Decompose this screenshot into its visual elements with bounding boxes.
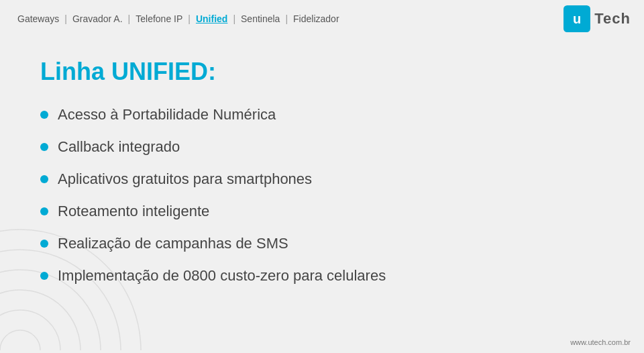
- nav-item-gravador[interactable]: Gravador A.: [68, 13, 127, 24]
- svg-point-3: [0, 290, 80, 350]
- bullet-dot-6: [40, 272, 48, 280]
- page-title: Linha UNIFIED:: [40, 58, 604, 86]
- logo-icon: u: [564, 5, 590, 32]
- svg-text:u: u: [573, 11, 581, 26]
- list-item: Callback integrado: [40, 138, 604, 156]
- nav-separator-2: |: [128, 13, 131, 24]
- list-item: Acesso à Portabilidade Numérica: [40, 106, 604, 123]
- list-item-label-1: Acesso à Portabilidade Numérica: [58, 106, 276, 123]
- bullet-dot-3: [40, 175, 48, 183]
- logo-text: Tech: [594, 10, 631, 28]
- list-item: Realização de campanhas de SMS: [40, 235, 604, 252]
- svg-point-4: [0, 310, 60, 350]
- nav-item-gateways[interactable]: Gateways: [13, 13, 63, 24]
- svg-point-5: [0, 330, 40, 350]
- nav-separator-3: |: [188, 13, 191, 24]
- bullet-dot-5: [40, 240, 48, 248]
- list-item: Implementação de 0800 custo-zero para ce…: [40, 267, 604, 285]
- nav-item-fidelizador[interactable]: Fidelizador: [289, 13, 343, 24]
- top-navigation: Gateways | Gravador A. | Telefone IP | U…: [0, 0, 644, 38]
- nav-separator-1: |: [64, 13, 67, 24]
- main-content: Linha UNIFIED: Acesso à Portabilidade Nu…: [0, 38, 644, 298]
- logo: u Tech: [564, 5, 631, 32]
- list-item-label-2: Callback integrado: [58, 138, 180, 156]
- nav-separator-5: |: [285, 13, 288, 24]
- list-item-label-6: Implementação de 0800 custo-zero para ce…: [58, 267, 386, 285]
- nav-item-unified[interactable]: Unified: [192, 13, 231, 24]
- nav-links: Gateways | Gravador A. | Telefone IP | U…: [13, 13, 343, 24]
- footer-url: www.utech.com.br: [570, 338, 631, 346]
- list-item-label-4: Roteamento inteligente: [58, 203, 209, 220]
- list-item: Roteamento inteligente: [40, 203, 604, 220]
- list-item-label-3: Aplicativos gratuitos para smartphones: [58, 170, 312, 188]
- list-item-label-5: Realização de campanhas de SMS: [58, 235, 288, 252]
- feature-list: Acesso à Portabilidade Numérica Callback…: [40, 106, 604, 285]
- nav-item-sentinela[interactable]: Sentinela: [237, 13, 284, 24]
- list-item: Aplicativos gratuitos para smartphones: [40, 170, 604, 188]
- nav-separator-4: |: [233, 13, 235, 24]
- bullet-dot-1: [40, 111, 48, 119]
- bullet-dot-2: [40, 143, 48, 151]
- bullet-dot-4: [40, 207, 48, 215]
- nav-item-telefone[interactable]: Telefone IP: [131, 13, 186, 24]
